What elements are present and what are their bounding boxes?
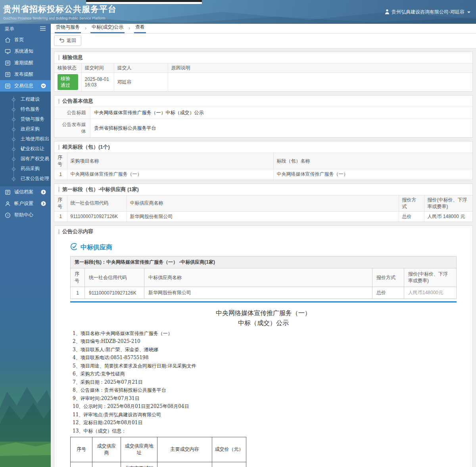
sidebar: 菜单 首页 系统通知 逾期提醒	[0, 24, 51, 467]
sidebar-item-label: 逾期提醒	[14, 59, 33, 66]
seq-cell: 1	[54, 169, 67, 180]
col-header: 原因说明	[168, 63, 472, 73]
table-row: 1 新华网股份有限公司 北京市西城区德胜门外大街83号9层909-A01房间 中…	[71, 462, 246, 467]
file-icon	[5, 60, 11, 66]
col-header: 统一社会信用代码	[67, 195, 127, 211]
sidebar-mountains	[0, 364, 51, 467]
section-name-cell: 中央网络媒体宣传推广服务（一）	[273, 169, 472, 180]
reason-cell	[168, 73, 472, 92]
doc-paragraph: 3、项目联系人:郭广荣、宋金委、潘晓娜	[70, 347, 457, 352]
sidebar-item-trade-info[interactable]: 交易信息	[0, 80, 51, 92]
submenu-item-goods-services[interactable]: 货物与服务	[0, 114, 51, 124]
field-label: 公告标题	[54, 107, 90, 119]
table-row: 1 91110000710927126K 新华网股份有限公司 总价 人民币 14…	[54, 211, 472, 222]
doc-paragraph: 7、采购日期：2025年07月21日	[70, 380, 457, 385]
hamburger-icon[interactable]	[40, 26, 46, 32]
svg-text:?: ?	[7, 213, 9, 217]
quote-value-cell: 人民币 148000 元	[424, 211, 472, 222]
verify-panel: 核验信息 核验状态 提交时间 提交人 原因说明 核验通过 2025-08-01 …	[54, 52, 473, 92]
monitor-icon	[5, 49, 11, 54]
submenu-item-special-services[interactable]: 特色服务	[0, 104, 51, 114]
section-marker	[58, 99, 60, 104]
sidebar-item-publish-reminder[interactable]: 发布提醒	[0, 69, 51, 80]
supplier-name-cell: 新华网股份有限公司	[127, 211, 399, 222]
breadcrumb-award-notice[interactable]: 中标(成交)公示	[90, 24, 125, 33]
caret-down-icon	[467, 11, 470, 13]
col-header: 核验状态	[54, 63, 81, 73]
winner-panel-title: 第一标段（包）-中标供应商 (1家)	[62, 186, 139, 193]
seq-cell: 1	[71, 287, 85, 299]
credit-code-cell: 91110000710927126K	[67, 211, 127, 222]
col-header: 报价(中标价、下浮率或费率)	[404, 268, 457, 287]
col-header: 成交供应商	[92, 437, 121, 462]
table-row: 公告标题 中央网络媒体宣传推广服务（一）中标（成交）公示	[54, 107, 472, 119]
submenu-item-state-property[interactable]: 国有产权交易	[0, 154, 51, 164]
basic-info-header: 公告基本信息	[54, 96, 472, 107]
breadcrumb-separator: ›	[85, 25, 86, 33]
doc-paragraph: 2、项目编号:HDZB-2025-210	[70, 339, 457, 344]
trade-info-submenu: 工程建设 特色服务 货物与服务 政府采购 土地使用权出让 矿业权出让 国有产权交…	[0, 92, 51, 186]
home-icon	[5, 37, 11, 43]
doc-paragraph: 11、评审地点:贵州弘典建设咨询有限公司	[70, 412, 457, 417]
project-name-cell: 中央网络媒体宣传推广服务（一）	[67, 169, 273, 180]
doc-paragraph: 6、采购方式:竞争性磋商	[70, 371, 457, 377]
sidebar-item-account-settings[interactable]: 帐户设置	[0, 198, 51, 209]
top-banner: 贵州省招标投标公共服务平台 GuiZhou Province Tendering…	[0, 0, 476, 24]
col-header: 中标供应商名称	[144, 268, 372, 287]
table-row: 核验通过 2025-08-01 16:03 邓廷容	[54, 73, 472, 92]
submenu-item-drug-procurement[interactable]: 药品采购	[0, 164, 51, 174]
sidebar-item-overdue-reminder[interactable]: 逾期提醒	[0, 57, 51, 69]
col-header: 统一社会信用代码	[85, 268, 144, 287]
file-icon	[5, 72, 11, 77]
doc-paragraph: 5、项目用途、简要技术要求及合同履行日期:详见采购文件	[70, 364, 457, 369]
related-sections-title: 相关标段（包）(1个)	[62, 144, 110, 151]
sidebar-item-home[interactable]: 首页	[0, 34, 51, 46]
winner-panel-header: 第一标段（包）-中标供应商 (1家)	[54, 184, 472, 195]
quote-value-cell: 人民币148000元	[404, 287, 457, 299]
sidebar-item-system-notice[interactable]: 系统通知	[0, 46, 51, 57]
sidebar-item-label: 帐户设置	[14, 200, 33, 207]
col-header: 提交时间	[81, 63, 114, 73]
breadcrumb-goods-services[interactable]: 货物与服务	[55, 24, 81, 33]
basic-info-panel: 公告基本信息 公告标题 中央网络媒体宣传推广服务（一）中标（成交）公示 公告发布…	[54, 95, 473, 138]
doc-paragraph: 13、中标（成交）信息：	[70, 429, 457, 434]
col-header: 中标供应商名称	[127, 195, 399, 211]
deal-address-cell: 北京市西城区德胜门外大街83号9层909-A01房间	[121, 462, 157, 467]
table-row: 1 中央网络媒体宣传推广服务（一） 中央网络媒体宣传推广服务（一）	[54, 169, 472, 180]
back-button[interactable]: 返回	[54, 35, 81, 46]
site-title: 贵州省招标投标公共服务平台	[3, 4, 117, 15]
archive-icon	[5, 189, 11, 195]
quote-method-cell: 总价	[399, 211, 424, 222]
submenu-item-mining-rights[interactable]: 矿业权出让	[0, 144, 51, 154]
user-menu[interactable]: 贵州弘典建设咨询有限公司-邓廷容	[385, 9, 470, 15]
col-header: 标段（包）名称	[273, 153, 472, 169]
toolbar: 返回	[51, 34, 476, 48]
winner-panel: 第一标段（包）-中标供应商 (1家) 序号 统一社会信用代码 中标供应商名称 报…	[54, 184, 473, 222]
col-header: 序号	[54, 195, 67, 211]
submitter-cell: 邓廷容	[114, 73, 168, 92]
basic-info-table: 公告标题 中央网络媒体宣传推广服务（一）中标（成交）公示 公告发布媒体 贵州省招…	[54, 107, 472, 137]
sidebar-item-label: 交易信息	[14, 82, 33, 89]
submenu-item-engineering[interactable]: 工程建设	[0, 94, 51, 104]
col-header: 报价方式	[399, 195, 424, 211]
doc-paragraph: 8、公告媒体：贵州省招标投标公共服务平台	[70, 388, 457, 393]
doc-title-line2: 中标（成交）公示	[70, 318, 457, 328]
seq-cell: 1	[54, 211, 67, 222]
section-marker	[58, 145, 60, 150]
chevron-right-circle-icon	[41, 201, 46, 206]
submenu-item-land-use[interactable]: 土地使用权出让	[0, 134, 51, 144]
doc-paragraph: 4、项目联系电话:0851-85755198	[70, 355, 457, 360]
verify-panel-header: 核验信息	[54, 52, 472, 63]
breadcrumb-view[interactable]: 查看	[134, 24, 146, 33]
sidebar-item-label: 帮助中心	[14, 212, 33, 218]
breadcrumb: 货物与服务 › 中标(成交)公示 › 查看	[51, 24, 476, 34]
submenu-item-gov-procurement[interactable]: 政府采购	[0, 124, 51, 134]
winner-supplier-logo-label: 中标供应商	[81, 243, 112, 252]
col-header: 成交价（元）	[212, 437, 246, 462]
submenu-item-published-notices[interactable]: 已发公告处理	[0, 174, 51, 184]
sidebar-item-credit-archive[interactable]: 诚信档案	[0, 186, 51, 198]
credit-code-cell: 91110000710927126K	[85, 287, 144, 299]
publish-media-value: 贵州省招标投标公共服务平台	[90, 119, 472, 138]
sidebar-item-help-center[interactable]: ? 帮助中心	[0, 209, 51, 221]
verify-status-cell: 核验通过	[54, 73, 81, 92]
